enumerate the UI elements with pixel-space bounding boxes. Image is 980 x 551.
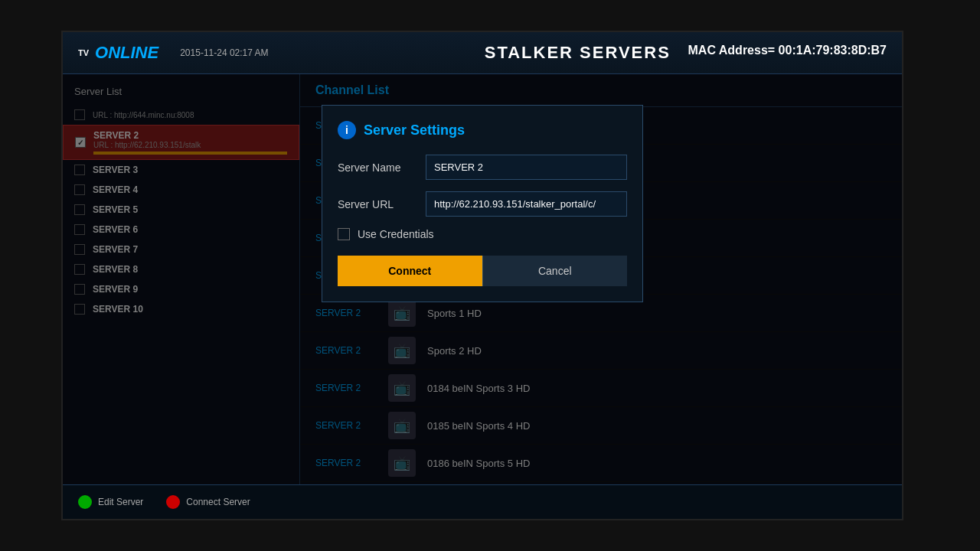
info-icon: i <box>338 121 356 139</box>
server-settings-modal: i Server Settings Server Name Server URL… <box>322 105 643 302</box>
credentials-checkbox[interactable] <box>338 228 350 240</box>
mac-address: MAC Address= 00:1A:79:83:8D:B7 <box>688 44 887 57</box>
screen: TV ONLINE 2015-11-24 02:17 AM STALKER SE… <box>61 31 903 520</box>
green-dot-icon <box>78 495 92 509</box>
credentials-row: Use Credentials <box>338 228 627 240</box>
datetime: 2015-11-24 02:17 AM <box>180 47 268 58</box>
connect-button[interactable]: Connect <box>338 256 482 286</box>
modal-header: i Server Settings <box>338 121 627 139</box>
stalker-title: STALKER SERVERS <box>485 43 671 62</box>
modal-overlay: i Server Settings Server Name Server URL… <box>63 74 902 484</box>
server-url-field: Server URL <box>338 191 627 217</box>
logo-area: TV ONLINE 2015-11-24 02:17 AM <box>78 43 269 63</box>
logo-tv: TV <box>78 48 89 57</box>
top-bar: TV ONLINE 2015-11-24 02:17 AM STALKER SE… <box>63 32 902 74</box>
edit-server-action[interactable]: Edit Server <box>78 495 143 509</box>
credentials-label: Use Credentials <box>358 228 434 240</box>
cancel-button[interactable]: Cancel <box>482 256 628 286</box>
server-url-label: Server URL <box>338 198 414 210</box>
modal-buttons: Connect Cancel <box>338 256 627 286</box>
server-url-input[interactable] <box>426 191 627 217</box>
edit-server-label: Edit Server <box>98 497 143 507</box>
bottom-bar: Edit Server Connect Server <box>63 484 902 519</box>
server-name-label: Server Name <box>338 161 414 174</box>
red-dot-icon <box>166 495 180 509</box>
modal-title: Server Settings <box>364 122 465 139</box>
server-name-input[interactable] <box>426 155 627 180</box>
logo-online: ONLINE <box>95 43 158 63</box>
connect-server-action[interactable]: Connect Server <box>166 495 250 509</box>
server-name-field: Server Name <box>338 155 627 180</box>
connect-server-label: Connect Server <box>186 497 250 507</box>
tv-frame: TV ONLINE 2015-11-24 02:17 AM STALKER SE… <box>0 0 980 551</box>
